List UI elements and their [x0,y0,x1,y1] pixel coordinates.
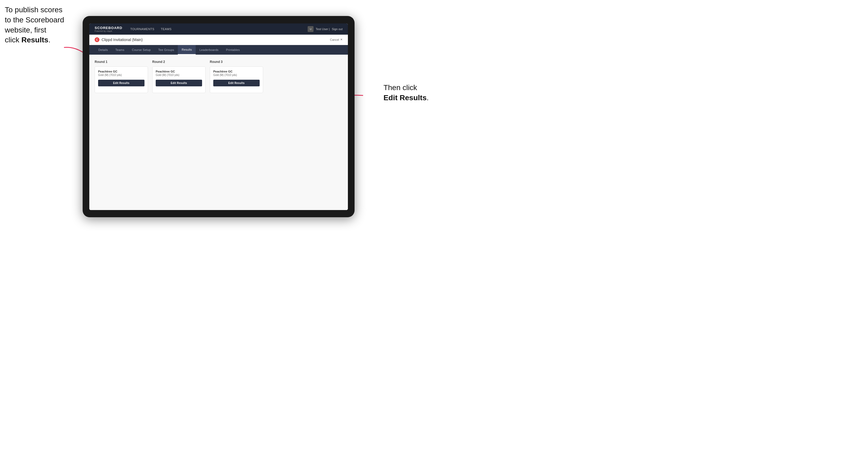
tablet-frame: SCOREBOARD Powered by clippd TOURNAMENTS… [83,16,354,217]
rounds-grid: Round 1 Peachtree GC Gold (M) (7010 yds)… [95,60,343,93]
tournament-title: C Clippd Invitational (Main) [95,37,143,42]
round-1-details: Gold (M) (7010 yds) [98,73,145,76]
user-name: Test User | [316,27,330,31]
round-2-column: Round 2 Peachtree GC Gold (M) (7010 yds)… [152,60,206,93]
instruction-left: To publish scores to the Scoreboard webs… [5,5,64,45]
logo-text: SCOREBOARD [95,26,122,30]
tab-printables[interactable]: Printables [222,45,244,55]
round-3-label: Round 3 [210,60,263,64]
user-avatar: U [308,26,313,32]
tab-course-setup[interactable]: Course Setup [128,45,155,55]
tournament-icon: C [95,37,99,42]
logo-area: SCOREBOARD Powered by clippd [95,26,122,32]
nav-tournaments[interactable]: TOURNAMENTS [130,27,154,31]
sign-out-link[interactable]: Sign out [332,27,343,31]
logo-sub: Powered by clippd [95,30,122,32]
round-2-label: Round 2 [152,60,206,64]
edit-results-button-3[interactable]: Edit Results [213,80,260,86]
tablet-screen: SCOREBOARD Powered by clippd TOURNAMENTS… [89,24,348,210]
round-2-course: Peachtree GC [156,70,202,73]
round-3-card: Peachtree GC Gold (M) (7010 yds) Edit Re… [210,66,263,93]
tournament-area: C Clippd Invitational (Main) Cancel ✕ De… [89,35,348,210]
tab-details[interactable]: Details [95,45,112,55]
round-2-card: Peachtree GC Gold (M) (7010 yds) Edit Re… [152,66,206,93]
tabs-bar: Details Teams Course Setup Tee Groups Re… [89,45,348,55]
nav-links: TOURNAMENTS TEAMS [130,27,308,31]
instruction-right: Then click Edit Results. [383,83,429,103]
nav-teams[interactable]: TEAMS [161,27,172,31]
round-3-course: Peachtree GC [213,70,260,73]
tournament-name: Clippd Invitational (Main) [101,38,143,42]
edit-results-button-1[interactable]: Edit Results [98,80,145,86]
round-3-details: Gold (M) (7010 yds) [213,73,260,76]
tournament-header: C Clippd Invitational (Main) Cancel ✕ [89,35,348,45]
round-1-label: Round 1 [95,60,148,64]
round-1-course: Peachtree GC [98,70,145,73]
cancel-button[interactable]: Cancel ✕ [330,38,343,41]
round-1-column: Round 1 Peachtree GC Gold (M) (7010 yds)… [95,60,148,93]
close-icon: ✕ [340,38,343,41]
round-2-details: Gold (M) (7010 yds) [156,73,202,76]
header-right: U Test User | Sign out [308,26,343,32]
edit-results-button-2[interactable]: Edit Results [156,80,202,86]
round-1-card: Peachtree GC Gold (M) (7010 yds) Edit Re… [95,66,148,93]
tab-results[interactable]: Results [178,45,196,55]
tab-leaderboards[interactable]: Leaderboards [196,45,222,55]
content-area: Round 1 Peachtree GC Gold (M) (7010 yds)… [89,55,348,210]
round-3-column: Round 3 Peachtree GC Gold (M) (7010 yds)… [210,60,263,93]
tab-teams[interactable]: Teams [112,45,128,55]
app-header: SCOREBOARD Powered by clippd TOURNAMENTS… [89,24,348,35]
tab-tee-groups[interactable]: Tee Groups [155,45,178,55]
